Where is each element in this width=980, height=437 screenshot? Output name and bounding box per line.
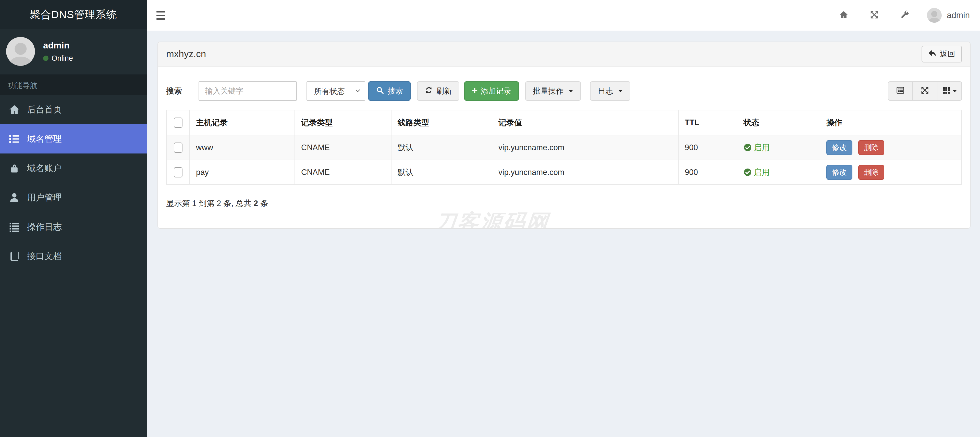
- columns-dropdown-button[interactable]: [937, 81, 962, 101]
- row-checkbox[interactable]: [174, 167, 183, 177]
- sidebar-item-label: 接口文档: [27, 250, 62, 262]
- add-record-label: 添加记录: [480, 86, 511, 97]
- search-input[interactable]: [199, 81, 297, 101]
- sidebar-section-header: 功能导航: [0, 74, 147, 95]
- online-dot-icon: [43, 55, 48, 61]
- cell-host: pay: [189, 160, 295, 185]
- check-circle-icon: [743, 143, 752, 152]
- caret-down-icon: [953, 90, 957, 92]
- sidebar-item-label: 用户管理: [27, 192, 62, 203]
- refresh-button[interactable]: 刷新: [417, 81, 460, 101]
- user-name: admin: [43, 40, 73, 51]
- sidebar-item-dashboard[interactable]: 后台首页: [0, 95, 147, 124]
- panel-body: 搜索 所有状态 搜索: [158, 66, 970, 209]
- check-circle-icon: [743, 168, 752, 176]
- batch-actions-dropdown[interactable]: 批量操作: [525, 81, 581, 101]
- log-dropdown[interactable]: 日志: [590, 81, 630, 101]
- edit-button[interactable]: 修改: [826, 140, 853, 155]
- caret-down-icon: [569, 90, 573, 92]
- cell-line: 默认: [391, 135, 492, 160]
- sidebar-user-panel: admin Online: [0, 29, 147, 74]
- table-view-button-group: [888, 81, 962, 101]
- lock-icon: [8, 163, 21, 174]
- app-logo[interactable]: 聚合DNS管理系统: [0, 0, 147, 29]
- grid-icon: [942, 86, 951, 97]
- fullscreen-table-button[interactable]: [912, 81, 937, 101]
- row-checkbox[interactable]: [174, 142, 183, 153]
- refresh-button-label: 刷新: [436, 86, 452, 97]
- search-icon: [376, 86, 384, 96]
- refresh-icon: [425, 86, 433, 96]
- sidebar-item-domain-accounts[interactable]: 域名账户: [0, 154, 147, 183]
- sidebar-nav: 后台首页 域名管理 域名账户 用户管理 操作日志: [0, 95, 147, 271]
- back-button-label: 返回: [940, 49, 955, 59]
- list-ul-icon: [8, 133, 21, 144]
- table-row: pay CNAME 默认 vip.yuncname.com 900 启用: [166, 160, 962, 185]
- add-record-button[interactable]: + 添加记录: [464, 81, 519, 101]
- sidebar-item-label: 域名账户: [27, 162, 62, 174]
- home-icon: [8, 104, 21, 115]
- table-toolbar: 搜索 所有状态 搜索: [166, 81, 962, 101]
- sidebar-item-domains[interactable]: 域名管理: [0, 124, 147, 154]
- cell-line: 默认: [391, 160, 492, 185]
- status-filter-native-select[interactable]: 所有状态: [307, 81, 365, 101]
- book-icon: [8, 251, 21, 262]
- user-menu[interactable]: admin: [927, 8, 970, 23]
- cell-value: vip.yuncname.com: [492, 160, 678, 185]
- reply-icon: [928, 49, 936, 59]
- search-button[interactable]: 搜索: [368, 81, 410, 101]
- status-label: 启用: [754, 167, 770, 178]
- back-button[interactable]: 返回: [921, 46, 962, 62]
- navbar-user-name: admin: [947, 11, 970, 20]
- table-row: www CNAME 默认 vip.yuncname.com 900 启用: [166, 135, 962, 160]
- log-dropdown-label: 日志: [598, 86, 613, 97]
- cell-type: CNAME: [295, 135, 391, 160]
- status-filter-select[interactable]: 所有状态: [307, 81, 365, 101]
- list-icon: [8, 221, 21, 233]
- sidebar-item-users[interactable]: 用户管理: [0, 183, 147, 212]
- edit-button[interactable]: 修改: [826, 165, 853, 180]
- column-header-actions: 操作: [820, 110, 962, 135]
- cell-type: CNAME: [295, 160, 391, 185]
- column-header-ttl: TTL: [678, 110, 737, 135]
- expand-arrows-icon: [921, 86, 929, 97]
- column-header-line: 线路类型: [391, 110, 492, 135]
- domain-records-panel: mxhyz.cn 返回 搜索 所有状态: [158, 41, 970, 229]
- sidebar-toggle-button[interactable]: [156, 8, 172, 23]
- sidebar-item-logs[interactable]: 操作日志: [0, 212, 147, 241]
- wrench-icon: [900, 10, 910, 21]
- panel-heading: mxhyz.cn 返回: [158, 42, 970, 66]
- plus-icon: +: [472, 86, 477, 95]
- status-label: 启用: [754, 142, 770, 153]
- delete-button[interactable]: 删除: [858, 140, 884, 155]
- settings-nav-button[interactable]: [890, 0, 920, 31]
- search-label: 搜索: [166, 86, 182, 97]
- sidebar-item-label: 后台首页: [27, 104, 62, 116]
- detail-view-button[interactable]: [888, 81, 913, 101]
- sidebar-item-label: 域名管理: [27, 133, 62, 145]
- select-all-checkbox[interactable]: [174, 117, 183, 128]
- status-badge: 启用: [743, 167, 814, 178]
- sidebar: 聚合DNS管理系统 admin Online 功能导航 后台首页 域名管理: [0, 0, 147, 437]
- home-icon: [839, 10, 848, 21]
- list-alt-icon: [896, 86, 905, 97]
- content-area: mxhyz.cn 返回 搜索 所有状态: [147, 31, 980, 437]
- column-header-type: 记录类型: [295, 110, 391, 135]
- delete-button[interactable]: 删除: [858, 165, 884, 180]
- cell-ttl: 900: [678, 135, 737, 160]
- user-status-label: Online: [52, 54, 73, 62]
- column-header-status: 状态: [737, 110, 820, 135]
- sidebar-item-label: 操作日志: [27, 221, 62, 233]
- page-title: mxhyz.cn: [166, 49, 206, 59]
- pagination-info: 显示第 1 到第 2 条, 总共 2 条: [166, 198, 962, 209]
- cell-ttl: 900: [678, 160, 737, 185]
- cell-host: www: [189, 135, 295, 160]
- sidebar-item-api-docs[interactable]: 接口文档: [0, 241, 147, 271]
- column-header-host: 主机记录: [189, 110, 295, 135]
- user-avatar: [6, 37, 35, 66]
- fullscreen-nav-button[interactable]: [859, 0, 890, 31]
- home-nav-button[interactable]: [829, 0, 859, 31]
- watermark-text: 刀客源码网: [433, 208, 551, 229]
- user-icon: [8, 192, 21, 203]
- user-status: Online: [43, 54, 73, 62]
